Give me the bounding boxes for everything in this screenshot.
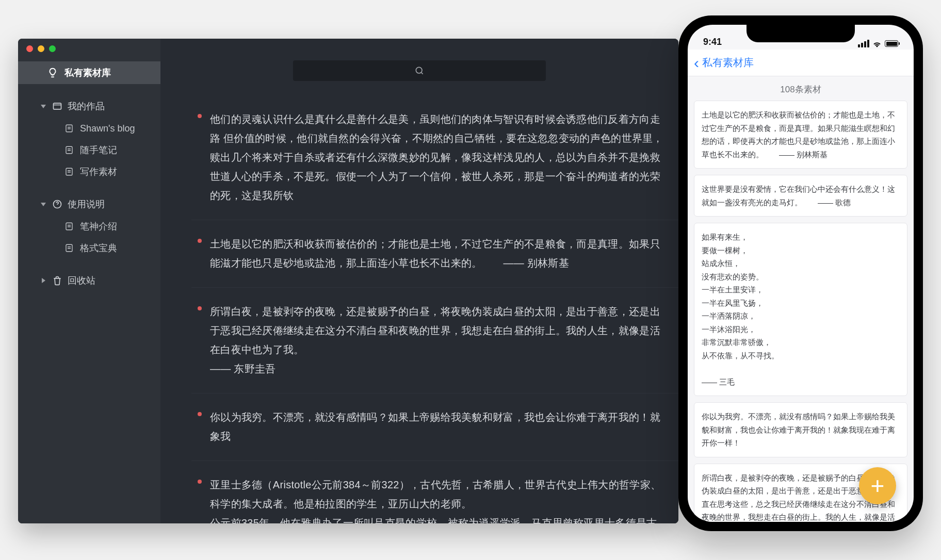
sidebar-active-label: 私有素材库 [64,67,111,79]
sidebar-group-works[interactable]: 我的作品 [18,95,160,117]
svg-rect-2 [66,146,72,154]
maximize-window-button[interactable] [49,45,56,52]
phone-notch [747,25,855,42]
sidebar-item-notes-label: 随手笔记 [80,144,117,156]
card-list[interactable]: 土地是以它的肥沃和收获而被估价的；才能也是土地，不过它生产的不是粮食，而是真理。… [688,101,914,522]
trash-icon [52,275,62,286]
phone-screen: 9:41 ‹ 私有素材库 108条素材 土地是以它的肥沃和收获而被估价的；才能也 [688,25,914,522]
svg-rect-5 [66,223,72,230]
note-text: 他们的灵魂认识什么是真什么是善什么是美，虽则他们的肉体与智识有时候会诱惑他们反着… [210,110,666,205]
sidebar-item-blog[interactable]: Shawn's blog [18,118,160,139]
desktop-window: 私有素材库 我的作品 Shawn's blog 随手笔记 写作素材 [18,39,678,523]
window-titlebar [18,39,678,58]
caret-down-icon [41,105,46,108]
search-input[interactable] [293,60,546,81]
note-text: 你以为我穷。不漂亮，就没有感情吗？如果上帝赐给我美貌和财富，我也会让你难于离开我… [210,408,666,446]
material-card[interactable]: 土地是以它的肥沃和收获而被估价的；才能也是土地，不过它生产的不是粮食，而是真理。… [694,101,907,169]
add-material-fab[interactable]: + [859,467,896,504]
sidebar-item-intro-label: 笔神介绍 [80,220,117,233]
sidebar-item-blog-label: Shawn's blog [80,123,135,134]
note-text: 亚里士多德（Aristotle公元前384～前322），古代先哲，古希腊人，世界… [210,475,666,523]
note-item[interactable]: 所谓白夜，是被剥夺的夜晚，还是被赐予的白昼，将夜晚伪装成白昼的太阳，是出于善意，… [191,288,678,393]
sidebar-item-material[interactable]: 写作素材 [18,161,160,182]
sidebar-item-private-library[interactable]: 私有素材库 [18,61,160,84]
note-item[interactable]: 土地是以它的肥沃和收获而被估价的；才能也是土地，不过它生产的不是粮食，而是真理。… [191,220,678,288]
note-item[interactable]: 你以为我穷。不漂亮，就没有感情吗？如果上帝赐给我美貌和财富，我也会让你难于离开我… [191,393,678,461]
signal-icon [858,40,869,47]
phone-mockup: 9:41 ‹ 私有素材库 108条素材 土地是以它的肥沃和收获而被估价的；才能也 [678,15,923,531]
nav-bar: ‹ 私有素材库 [688,50,914,76]
status-indicators [858,40,898,47]
svg-rect-0 [54,103,61,109]
minimize-window-button[interactable] [38,45,44,52]
sidebar-item-format-label: 格式宝典 [80,242,117,254]
sidebar-group-works-label: 我的作品 [68,100,105,112]
main-panel: 他们的灵魂认识什么是真什么是善什么是美，虽则他们的肉体与智识有时候会诱惑他们反着… [160,39,678,523]
close-window-button[interactable] [26,45,33,52]
sidebar: 私有素材库 我的作品 Shawn's blog 随手笔记 写作素材 [18,39,160,523]
caret-right-icon [42,278,45,283]
sidebar-group-trash[interactable]: 回收站 [18,270,160,291]
material-count: 108条素材 [688,76,914,101]
sidebar-item-format[interactable]: 格式宝典 [18,238,160,258]
material-card[interactable]: 这世界要是没有爱情，它在我们心中还会有什么意义！这就如一盏没有亮光的走马灯。 —… [694,175,907,217]
svg-point-7 [416,67,422,73]
sidebar-group-help[interactable]: 使用说明 [18,193,160,215]
material-card[interactable]: 你以为我穷。不漂亮，就没有感情吗？如果上帝赐给我美貌和财富，我也会让你难于离开我… [694,402,907,457]
note-text: 土地是以它的肥沃和收获而被估价的；才能也是土地，不过它生产的不是粮食，而是真理。… [210,235,666,273]
svg-rect-1 [66,125,72,132]
status-time: 9:41 [703,37,722,47]
traffic-lights [26,45,56,52]
folder-icon [52,101,62,111]
svg-rect-6 [66,244,72,252]
note-item[interactable]: 亚里士多德（Aristotle公元前384～前322），古代先哲，古希腊人，世界… [191,461,678,523]
search-icon [414,65,425,76]
caret-down-icon [41,203,46,206]
phone-body: 9:41 ‹ 私有素材库 108条素材 土地是以它的肥沃和收获而被估价的；才能也 [678,15,923,531]
document-icon [64,221,74,232]
svg-rect-3 [66,168,72,175]
battery-icon [885,40,898,47]
help-icon [52,199,62,209]
sidebar-group-trash-label: 回收站 [68,274,95,287]
sidebar-group-help-label: 使用说明 [68,198,105,210]
document-icon [64,167,74,177]
plus-icon: + [871,474,885,498]
nav-title[interactable]: 私有素材库 [702,56,754,70]
wifi-icon [872,40,882,47]
document-icon [64,123,74,134]
document-icon [64,145,74,155]
note-item[interactable]: 他们的灵魂认识什么是真什么是善什么是美，虽则他们的肉体与智识有时候会诱惑他们反着… [191,95,678,220]
sidebar-item-material-label: 写作素材 [80,166,117,178]
note-text: 所谓白夜，是被剥夺的夜晚，还是被赐予的白昼，将夜晚伪装成白昼的太阳，是出于善意，… [210,302,666,378]
note-list: 他们的灵魂认识什么是真什么是善什么是美，虽则他们的肉体与智识有时候会诱惑他们反着… [160,95,678,523]
document-icon [64,243,74,253]
material-card[interactable]: 如果有来生， 要做一棵树， 站成永恒， 没有悲欢的姿势。 一半在土里安详， 一半… [694,223,907,396]
sidebar-item-intro[interactable]: 笔神介绍 [18,216,160,237]
back-button[interactable]: ‹ [694,55,699,71]
lightbulb-icon [47,67,58,78]
sidebar-item-notes[interactable]: 随手笔记 [18,140,160,160]
